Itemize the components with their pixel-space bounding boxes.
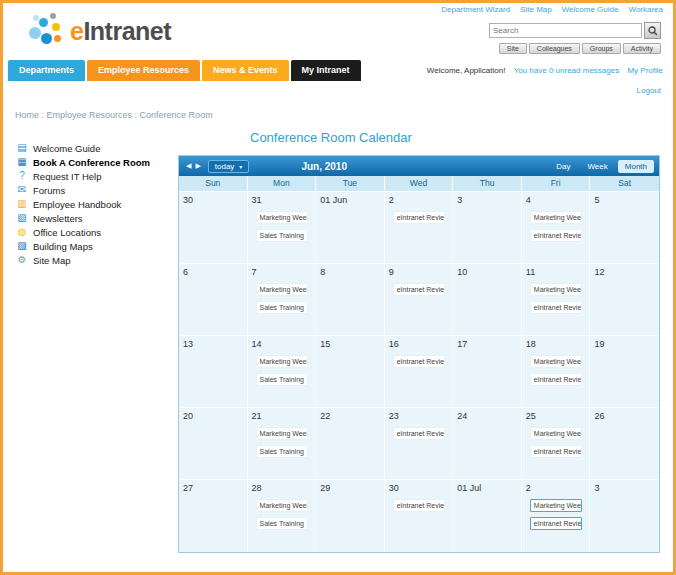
calendar-day-cell[interactable]: 5 [590,192,659,264]
search-tab-groups[interactable]: Groups [582,43,621,54]
calendar-event[interactable]: eIntranet Review [393,283,446,296]
calendar-day-cell[interactable]: 31Marketing WeeklySales Training [248,192,317,264]
calendar-event[interactable]: eIntranet Review [530,301,583,314]
view-button-week[interactable]: Week [580,160,614,173]
calendar-day-cell[interactable]: 7Marketing WeeklySales Training [248,264,317,336]
calendar-day-cell[interactable]: 16eIntranet Review [385,336,454,408]
calendar-week: 1314Marketing WeeklySales Training1516eI… [179,336,659,408]
calendar-event[interactable]: Marketing Weekly [530,427,583,440]
calendar-event[interactable]: Sales Training [256,445,309,458]
calendar-day-cell[interactable]: 29 [316,480,385,552]
calendar-event[interactable]: Marketing Weekly [256,283,309,296]
calendar-day-cell[interactable]: 18Marketing WeeklyeIntranet Review [522,336,591,408]
sidebar-item-building-maps[interactable]: ▨Building Maps [15,239,177,253]
nav-tab-news-events[interactable]: News & Events [202,60,289,81]
calendar-event[interactable]: Marketing Weekly [530,355,583,368]
calendar-day-cell[interactable]: 26 [590,408,659,480]
calendar-day-cell[interactable]: 01 Jun [316,192,385,264]
calendar-event[interactable]: eIntranet Review [393,211,446,224]
search-input[interactable] [489,23,642,38]
calendar-event[interactable]: Sales Training [256,517,309,530]
prev-month-icon[interactable]: ◀ [186,162,191,170]
calendar-day-cell[interactable]: 30eIntranet Review [385,480,454,552]
top-link-site-map[interactable]: Site Map [520,5,552,14]
calendar-day-cell[interactable]: 2eIntranet Review [385,192,454,264]
view-button-month[interactable]: Month [618,160,654,173]
top-link-department-wizard[interactable]: Department Wizard [441,5,510,14]
calendar-event[interactable]: Marketing Weekly [530,211,583,224]
day-number: 7 [248,264,316,278]
calendar-event[interactable]: Marketing Weekly [530,283,583,296]
calendar-day-cell[interactable]: 24 [453,408,522,480]
calendar-event[interactable]: eIntranet Review [393,427,446,440]
nav-tab-my-intranet[interactable]: My Intranet [291,60,361,81]
search-tab-site[interactable]: Site [499,43,527,54]
calendar-day-cell[interactable]: 25Marketing WeeklyeIntranet Review [522,408,591,480]
calendar-day-cell[interactable]: 9eIntranet Review [385,264,454,336]
calendar-day-cell[interactable]: 6 [179,264,248,336]
calendar-event[interactable]: Sales Training [256,301,309,314]
calendar-event[interactable]: eIntranet Review [530,373,583,386]
sidebar-item-employee-handbook[interactable]: ▥Employee Handbook [15,197,177,211]
nav-tab-employee-resources[interactable]: Employee Resources [87,60,200,81]
calendar-day-cell[interactable]: 13 [179,336,248,408]
breadcrumb-item-home[interactable]: Home [15,110,39,120]
sidebar-item-forums[interactable]: ✉Forums [15,183,177,197]
breadcrumb-item-employee-resources[interactable]: Employee Resources [47,110,133,120]
sidebar-item-book-a-conference-room[interactable]: ▦Book A Conference Room [15,155,177,169]
sidebar-item-office-locations[interactable]: ◍Office Locations [15,225,177,239]
logout-link[interactable]: Logout [637,86,661,95]
search-tab-activity[interactable]: Activity [623,43,661,54]
next-month-icon[interactable]: ▶ [195,162,200,170]
day-number: 26 [590,408,659,422]
calendar-day-cell[interactable]: 19 [590,336,659,408]
calendar-event[interactable]: Marketing Weekly [530,499,583,512]
calendar-day-cell[interactable]: 10 [453,264,522,336]
calendar-day-cell[interactable]: 20 [179,408,248,480]
calendar-day-cell[interactable]: 28Marketing WeeklySales Training [248,480,317,552]
view-button-day[interactable]: Day [549,160,577,173]
calendar-day-cell[interactable]: 2Marketing WeeklyeIntranet Review [522,480,591,552]
calendar-event[interactable]: Sales Training [256,229,309,242]
calendar-day-cell[interactable]: 8 [316,264,385,336]
calendar-day-cell[interactable]: 27 [179,480,248,552]
calendar-day-cell[interactable]: 17 [453,336,522,408]
calendar-event[interactable]: Marketing Weekly [256,427,309,440]
calendar-day-cell[interactable]: 3 [453,192,522,264]
nav-tab-departments[interactable]: Departments [8,60,85,81]
day-number: 10 [453,264,521,278]
top-link-welcome-guide[interactable]: Welcome Guide [562,5,619,14]
day-number: 2 [385,192,453,206]
sidebar-item-welcome-guide[interactable]: ▤Welcome Guide [15,141,177,155]
unread-messages-link[interactable]: You have 0 unread messages [514,66,620,75]
calendar-event[interactable]: eIntranet Review [393,355,446,368]
calendar-day-cell[interactable]: 01 Jul [453,480,522,552]
sidebar-item-request-it-help[interactable]: ?Request IT Help [15,169,177,183]
calendar-day-cell[interactable]: 30 [179,192,248,264]
calendar-event[interactable]: Sales Training [256,373,309,386]
calendar-event[interactable]: eIntranet Review [530,445,583,458]
today-button[interactable]: today ▾ [208,160,250,173]
sidebar-item-site-map[interactable]: ⚙Site Map [15,253,177,267]
calendar-event[interactable]: Marketing Weekly [256,211,309,224]
search-button[interactable] [644,22,661,39]
calendar-event[interactable]: eIntranet Review [530,229,583,242]
calendar-day-cell[interactable]: 12 [590,264,659,336]
calendar-day-cell[interactable]: 15 [316,336,385,408]
calendar-day-cell[interactable]: 3 [590,480,659,552]
calendar-event[interactable]: Marketing Weekly [256,499,309,512]
calendar-day-cell[interactable]: 4Marketing WeeklyeIntranet Review [522,192,591,264]
calendar-event[interactable]: eIntranet Review [393,499,446,512]
day-number: 12 [590,264,659,278]
sidebar-item-newsletters[interactable]: ▧Newsletters [15,211,177,225]
calendar-day-cell[interactable]: 11Marketing WeeklyeIntranet Review [522,264,591,336]
my-profile-link[interactable]: My Profile [627,66,663,75]
calendar-day-cell[interactable]: 21Marketing WeeklySales Training [248,408,317,480]
top-link-workarea[interactable]: Workarea [628,5,663,14]
calendar-day-cell[interactable]: 22 [316,408,385,480]
calendar-event[interactable]: Marketing Weekly [256,355,309,368]
calendar-day-cell[interactable]: 23eIntranet Review [385,408,454,480]
calendar-day-cell[interactable]: 14Marketing WeeklySales Training [248,336,317,408]
search-tab-colleagues[interactable]: Colleagues [529,43,580,54]
calendar-event[interactable]: eIntranet Review [530,517,583,530]
